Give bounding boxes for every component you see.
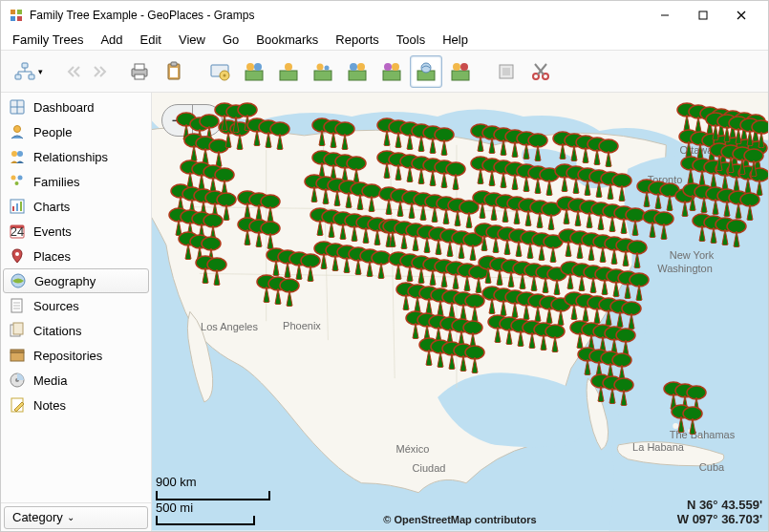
sidebar-item-media[interactable]: Media bbox=[3, 368, 149, 393]
menu-view[interactable]: View bbox=[171, 31, 213, 49]
sidebar-item-geography[interactable]: Geography bbox=[3, 268, 149, 293]
svg-point-53 bbox=[15, 181, 19, 185]
map-pin[interactable] bbox=[545, 324, 566, 352]
menu-bookmarks[interactable]: Bookmarks bbox=[248, 31, 326, 49]
svg-point-37 bbox=[453, 63, 460, 71]
menu-family-trees[interactable]: Family Trees bbox=[5, 31, 91, 49]
repositories-icon bbox=[9, 347, 26, 364]
geo-places-button[interactable] bbox=[410, 55, 442, 88]
category-button[interactable]: Category ⌄ bbox=[4, 506, 148, 529]
sidebar-item-charts[interactable]: Charts bbox=[3, 194, 149, 219]
svg-rect-40 bbox=[502, 68, 510, 75]
sidebar-item-label: Places bbox=[33, 249, 71, 264]
menu-add[interactable]: Add bbox=[93, 31, 130, 49]
sidebar-item-events[interactable]: 24Events bbox=[3, 219, 149, 244]
svg-point-38 bbox=[460, 63, 468, 71]
category-label: Category bbox=[12, 510, 63, 524]
svg-point-353 bbox=[752, 120, 768, 134]
svg-point-128 bbox=[280, 279, 299, 292]
map-pin[interactable] bbox=[627, 240, 648, 268]
maximize-button[interactable] bbox=[684, 2, 722, 29]
relationships-icon bbox=[9, 148, 26, 165]
menu-reports[interactable]: Reports bbox=[328, 31, 387, 49]
geography-icon bbox=[10, 272, 27, 289]
map-pin[interactable] bbox=[279, 278, 300, 307]
notes-icon bbox=[9, 396, 26, 414]
svg-rect-15 bbox=[171, 62, 177, 66]
map-pin[interactable] bbox=[726, 219, 747, 247]
sidebar-item-dashboard[interactable]: Dashboard bbox=[3, 95, 149, 119]
map-pin[interactable] bbox=[445, 161, 466, 190]
svg-point-209 bbox=[465, 346, 484, 359]
chevron-down-icon: ⌄ bbox=[67, 512, 75, 522]
sidebar-item-sources[interactable]: Sources bbox=[3, 293, 149, 318]
charts-icon bbox=[9, 198, 26, 215]
map-pin[interactable] bbox=[611, 173, 632, 202]
nav-forward-button[interactable] bbox=[87, 55, 110, 88]
nav-back-button[interactable] bbox=[64, 55, 87, 88]
sidebar-item-relationships[interactable]: Relationships bbox=[3, 144, 149, 169]
svg-rect-23 bbox=[280, 71, 297, 80]
geo-moves-button[interactable] bbox=[375, 55, 408, 88]
sidebar-item-person[interactable]: People bbox=[3, 119, 149, 144]
svg-rect-36 bbox=[452, 71, 469, 80]
svg-point-21 bbox=[246, 63, 254, 71]
svg-point-131 bbox=[335, 122, 354, 136]
map-pin[interactable] bbox=[527, 133, 548, 161]
svg-rect-13 bbox=[135, 74, 144, 79]
map-pin[interactable] bbox=[629, 272, 650, 301]
sidebar-item-places[interactable]: Places bbox=[3, 244, 149, 268]
merge-button[interactable] bbox=[490, 55, 523, 88]
map-pin[interactable] bbox=[598, 138, 619, 167]
menu-tools[interactable]: Tools bbox=[389, 31, 433, 49]
sources-icon bbox=[9, 297, 26, 314]
geo-events-button[interactable] bbox=[341, 55, 374, 88]
print-button[interactable] bbox=[123, 55, 156, 88]
menu-help[interactable]: Help bbox=[435, 31, 476, 49]
map-pin[interactable] bbox=[739, 192, 760, 221]
menu-go[interactable]: Go bbox=[215, 31, 246, 49]
geo-person-button[interactable] bbox=[272, 55, 305, 88]
svg-point-118 bbox=[261, 195, 280, 208]
cut-button[interactable] bbox=[524, 55, 557, 88]
sidebar-item-label: Sources bbox=[33, 299, 79, 313]
svg-point-215 bbox=[528, 134, 547, 147]
map-pin[interactable] bbox=[260, 221, 281, 249]
scale-km-label: 900 km bbox=[156, 476, 270, 489]
map-pin[interactable] bbox=[206, 257, 227, 286]
app-icon bbox=[9, 8, 24, 23]
media-icon bbox=[9, 372, 26, 389]
sidebar-item-label: Geography bbox=[34, 274, 96, 288]
geo-all-places-button[interactable] bbox=[238, 55, 270, 88]
geo-family-button[interactable] bbox=[307, 55, 339, 88]
map-pin[interactable] bbox=[682, 406, 703, 435]
svg-point-167 bbox=[446, 162, 465, 176]
tree-config-button[interactable]: ▾ bbox=[7, 55, 51, 88]
svg-text:24: 24 bbox=[11, 224, 24, 239]
minimize-button[interactable] bbox=[646, 2, 684, 29]
svg-rect-8 bbox=[22, 63, 28, 68]
sidebar-item-notes[interactable]: Notes bbox=[3, 393, 149, 417]
map-pin[interactable] bbox=[334, 121, 355, 150]
map-pin[interactable] bbox=[743, 148, 764, 177]
sidebar-item-families[interactable]: Families bbox=[3, 169, 149, 194]
svg-point-51 bbox=[11, 176, 16, 181]
map-pin[interactable] bbox=[653, 211, 674, 240]
menu-edit[interactable]: Edit bbox=[133, 31, 169, 49]
map-pin[interactable] bbox=[464, 345, 485, 373]
map-pin[interactable] bbox=[434, 127, 455, 156]
map-pin[interactable] bbox=[613, 377, 634, 406]
close-button[interactable] bbox=[722, 2, 760, 29]
sidebar-item-repositories[interactable]: Repositories bbox=[3, 343, 149, 368]
config-view-button[interactable] bbox=[203, 55, 236, 88]
map-pin[interactable] bbox=[269, 121, 290, 150]
clipboard-button[interactable] bbox=[158, 55, 190, 88]
svg-rect-2 bbox=[11, 16, 15, 21]
window-title: Family Tree Example - GeoPlaces - Gramps bbox=[30, 9, 646, 22]
main-area: DashboardPeopleRelationshipsFamiliesChar… bbox=[1, 93, 768, 531]
sidebar-item-citations[interactable]: Citations bbox=[3, 318, 149, 343]
geo-close-button[interactable] bbox=[444, 55, 477, 88]
map-coordinates: N 36° 43.559' W 097° 36.703' bbox=[677, 498, 762, 527]
map-pin[interactable] bbox=[751, 119, 768, 148]
map-view[interactable]: − + TorontoOttawaNew YorkWashingtonLos A… bbox=[152, 93, 768, 531]
